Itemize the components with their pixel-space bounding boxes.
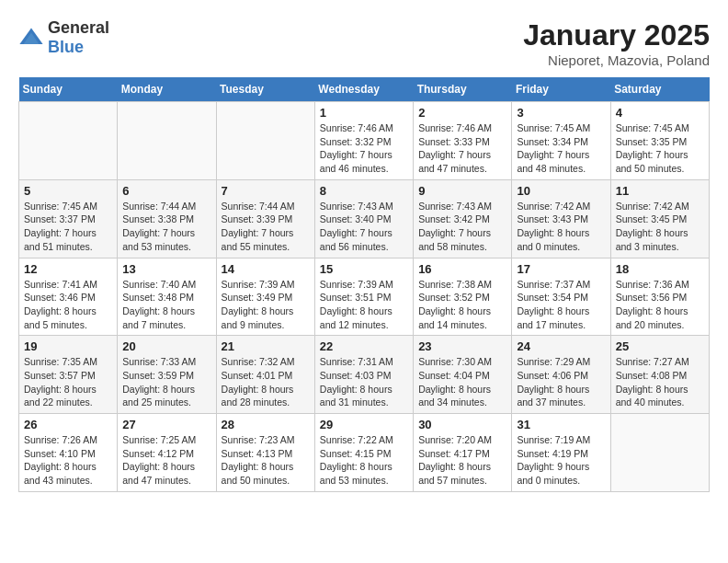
- day-info: Sunrise: 7:41 AMSunset: 3:46 PMDaylight:…: [24, 278, 112, 332]
- calendar-cell: 28Sunrise: 7:23 AMSunset: 4:13 PMDayligh…: [216, 414, 314, 492]
- day-number: 13: [122, 262, 210, 276]
- weekday-header-tuesday: Tuesday: [216, 77, 314, 102]
- day-number: 17: [517, 262, 605, 276]
- day-info: Sunrise: 7:36 AMSunset: 3:56 PMDaylight:…: [616, 278, 704, 332]
- day-number: 23: [418, 339, 506, 353]
- day-info: Sunrise: 7:45 AMSunset: 3:37 PMDaylight:…: [24, 200, 112, 254]
- calendar-cell: 4Sunrise: 7:45 AMSunset: 3:35 PMDaylight…: [610, 102, 709, 180]
- calendar-week-1: 1Sunrise: 7:46 AMSunset: 3:32 PMDaylight…: [19, 102, 710, 180]
- day-info: Sunrise: 7:43 AMSunset: 3:40 PMDaylight:…: [320, 200, 408, 254]
- calendar-cell: 25Sunrise: 7:27 AMSunset: 4:08 PMDayligh…: [610, 336, 709, 414]
- weekday-header-friday: Friday: [512, 77, 610, 102]
- page-title: January 2025: [523, 18, 710, 52]
- calendar-cell: 30Sunrise: 7:20 AMSunset: 4:17 PMDayligh…: [414, 414, 512, 492]
- day-number: 4: [616, 106, 704, 120]
- day-info: Sunrise: 7:33 AMSunset: 3:59 PMDaylight:…: [122, 355, 210, 409]
- calendar-cell: 31Sunrise: 7:19 AMSunset: 4:19 PMDayligh…: [512, 414, 610, 492]
- calendar-cell: 16Sunrise: 7:38 AMSunset: 3:52 PMDayligh…: [414, 258, 512, 336]
- day-info: Sunrise: 7:31 AMSunset: 4:03 PMDaylight:…: [320, 355, 408, 409]
- day-number: 7: [222, 184, 310, 198]
- weekday-header-row: SundayMondayTuesdayWednesdayThursdayFrid…: [19, 77, 710, 102]
- day-number: 30: [418, 418, 506, 431]
- calendar-cell: 20Sunrise: 7:33 AMSunset: 3:59 PMDayligh…: [118, 336, 216, 414]
- day-info: Sunrise: 7:29 AMSunset: 4:06 PMDaylight:…: [517, 355, 605, 409]
- calendar-cell: 3Sunrise: 7:45 AMSunset: 3:34 PMDaylight…: [512, 102, 610, 180]
- day-info: Sunrise: 7:44 AMSunset: 3:39 PMDaylight:…: [222, 200, 310, 254]
- calendar-cell: 27Sunrise: 7:25 AMSunset: 4:12 PMDayligh…: [118, 414, 216, 492]
- day-info: Sunrise: 7:45 AMSunset: 3:35 PMDaylight:…: [616, 121, 704, 176]
- weekday-header-monday: Monday: [118, 77, 216, 102]
- day-info: Sunrise: 7:38 AMSunset: 3:52 PMDaylight:…: [418, 278, 506, 332]
- calendar-cell: 19Sunrise: 7:35 AMSunset: 3:57 PMDayligh…: [19, 336, 118, 414]
- day-number: 24: [517, 339, 605, 353]
- day-number: 20: [122, 339, 210, 353]
- calendar-table: SundayMondayTuesdayWednesdayThursdayFrid…: [18, 77, 710, 492]
- day-info: Sunrise: 7:39 AMSunset: 3:49 PMDaylight:…: [222, 278, 310, 332]
- calendar-cell: 11Sunrise: 7:42 AMSunset: 3:45 PMDayligh…: [610, 179, 709, 258]
- calendar-cell: 21Sunrise: 7:32 AMSunset: 4:01 PMDayligh…: [216, 336, 314, 414]
- day-info: Sunrise: 7:44 AMSunset: 3:38 PMDaylight:…: [122, 200, 210, 254]
- calendar-week-4: 19Sunrise: 7:35 AMSunset: 3:57 PMDayligh…: [19, 336, 710, 414]
- day-number: 11: [616, 184, 704, 198]
- day-number: 22: [320, 339, 408, 353]
- calendar-week-5: 26Sunrise: 7:26 AMSunset: 4:10 PMDayligh…: [19, 414, 710, 492]
- calendar-cell: 26Sunrise: 7:26 AMSunset: 4:10 PMDayligh…: [19, 414, 118, 492]
- day-info: Sunrise: 7:35 AMSunset: 3:57 PMDaylight:…: [24, 355, 112, 409]
- day-number: 1: [320, 106, 408, 120]
- weekday-header-saturday: Saturday: [610, 77, 709, 102]
- calendar-cell: [610, 414, 709, 492]
- day-number: 2: [418, 106, 506, 120]
- day-number: 9: [418, 184, 506, 198]
- day-info: Sunrise: 7:42 AMSunset: 3:45 PMDaylight:…: [616, 200, 704, 254]
- day-number: 10: [517, 184, 605, 198]
- calendar-cell: 2Sunrise: 7:46 AMSunset: 3:33 PMDaylight…: [414, 102, 512, 180]
- day-info: Sunrise: 7:32 AMSunset: 4:01 PMDaylight:…: [222, 355, 310, 409]
- day-info: Sunrise: 7:37 AMSunset: 3:54 PMDaylight:…: [517, 278, 605, 332]
- day-number: 8: [320, 184, 408, 198]
- day-number: 16: [418, 262, 506, 276]
- page-header: General Blue January 2025 Nieporet, Mazo…: [18, 18, 710, 68]
- day-number: 29: [320, 418, 408, 431]
- calendar-cell: 9Sunrise: 7:43 AMSunset: 3:42 PMDaylight…: [414, 179, 512, 258]
- day-number: 5: [24, 184, 112, 198]
- calendar-cell: 29Sunrise: 7:22 AMSunset: 4:15 PMDayligh…: [314, 414, 413, 492]
- calendar-cell: 14Sunrise: 7:39 AMSunset: 3:49 PMDayligh…: [216, 258, 314, 336]
- logo-blue: Blue: [48, 38, 84, 56]
- calendar-cell: [19, 102, 118, 180]
- day-info: Sunrise: 7:22 AMSunset: 4:15 PMDaylight:…: [320, 433, 408, 488]
- calendar-week-2: 5Sunrise: 7:45 AMSunset: 3:37 PMDaylight…: [19, 179, 710, 258]
- calendar-cell: 24Sunrise: 7:29 AMSunset: 4:06 PMDayligh…: [512, 336, 610, 414]
- calendar-cell: 1Sunrise: 7:46 AMSunset: 3:32 PMDaylight…: [314, 102, 413, 180]
- page-subtitle: Nieporet, Mazovia, Poland: [523, 52, 710, 68]
- day-number: 26: [24, 418, 112, 431]
- day-info: Sunrise: 7:40 AMSunset: 3:48 PMDaylight:…: [122, 278, 210, 332]
- calendar-cell: 5Sunrise: 7:45 AMSunset: 3:37 PMDaylight…: [19, 179, 118, 258]
- day-number: 31: [517, 418, 605, 431]
- calendar-week-3: 12Sunrise: 7:41 AMSunset: 3:46 PMDayligh…: [19, 258, 710, 336]
- weekday-header-wednesday: Wednesday: [314, 77, 413, 102]
- day-info: Sunrise: 7:46 AMSunset: 3:33 PMDaylight:…: [418, 121, 506, 176]
- calendar-cell: 12Sunrise: 7:41 AMSunset: 3:46 PMDayligh…: [19, 258, 118, 336]
- day-info: Sunrise: 7:25 AMSunset: 4:12 PMDaylight:…: [122, 433, 210, 488]
- day-number: 25: [616, 339, 704, 353]
- calendar-cell: 18Sunrise: 7:36 AMSunset: 3:56 PMDayligh…: [610, 258, 709, 336]
- day-info: Sunrise: 7:42 AMSunset: 3:43 PMDaylight:…: [517, 200, 605, 254]
- day-info: Sunrise: 7:20 AMSunset: 4:17 PMDaylight:…: [418, 433, 506, 488]
- weekday-header-thursday: Thursday: [414, 77, 512, 102]
- day-number: 19: [24, 339, 112, 353]
- day-info: Sunrise: 7:23 AMSunset: 4:13 PMDaylight:…: [222, 433, 310, 488]
- day-info: Sunrise: 7:26 AMSunset: 4:10 PMDaylight:…: [24, 433, 112, 488]
- calendar-cell: 15Sunrise: 7:39 AMSunset: 3:51 PMDayligh…: [314, 258, 413, 336]
- day-number: 28: [222, 418, 310, 431]
- logo: General Blue: [18, 18, 109, 57]
- logo-icon: [18, 25, 44, 51]
- calendar-cell: [118, 102, 216, 180]
- calendar-cell: 10Sunrise: 7:42 AMSunset: 3:43 PMDayligh…: [512, 179, 610, 258]
- day-number: 15: [320, 262, 408, 276]
- day-info: Sunrise: 7:43 AMSunset: 3:42 PMDaylight:…: [418, 200, 506, 254]
- calendar-cell: 22Sunrise: 7:31 AMSunset: 4:03 PMDayligh…: [314, 336, 413, 414]
- title-block: January 2025 Nieporet, Mazovia, Poland: [523, 18, 710, 68]
- calendar-cell: [216, 102, 314, 180]
- day-info: Sunrise: 7:27 AMSunset: 4:08 PMDaylight:…: [616, 355, 704, 409]
- day-number: 3: [517, 106, 605, 120]
